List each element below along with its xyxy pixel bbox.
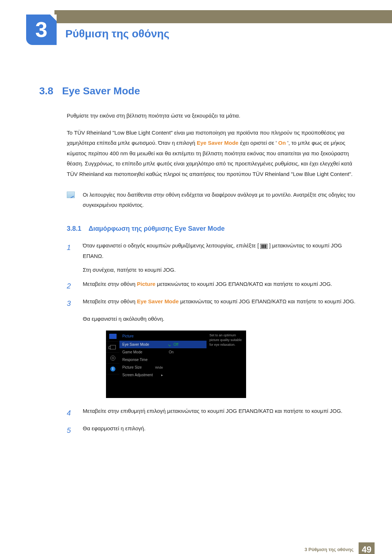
step-5: 5 Θα εφαρμοστεί η επιλογή. [67,423,363,437]
step-number: 5 [67,423,75,437]
osd-item-response-time: Response Time [119,356,166,364]
step-3: 3 Μεταβείτε στην οθόνη Eye Saver Mode με… [67,296,363,310]
osd-item-game-mode: Game Mode [119,348,166,356]
step-number: 2 [67,279,75,293]
chevron-right-icon: ▸ [161,372,163,378]
step-text: Μεταβείτε στην οθόνη [83,298,137,304]
step-text: Μεταβείτε στην οθόνη [83,281,137,287]
chapter-title: Ρύθμιση της οθόνης [65,23,170,44]
osd-menu-title: Picture [119,331,166,341]
osd-nav-picture-icon [106,331,119,342]
osd-value-list: Off On [166,331,207,398]
step-text: Θα εφαρμοστεί η επιλογή. [83,423,363,437]
highlight-eye-saver: Eye Saver Mode [197,140,238,146]
note-block: Οι λειτουργίες που διατίθενται στην οθόν… [67,190,363,210]
step-number: 4 [67,406,75,420]
page-number: 49 [359,542,375,554]
subsection-number: 3.8.1 [67,222,81,235]
section-number: 3.8 [39,81,53,100]
osd-value-on: On [166,348,207,356]
step-number: 1 [67,241,75,261]
section-title: Eye Saver Mode [62,81,140,100]
chapter-number-badge: 3 [26,15,57,45]
subsection-title: Διαμόρφωση της ρύθμισης Eye Saver Mode [89,222,225,235]
osd-screenshot: i Picture Eye Saver Mode Game Mode Respo… [106,331,246,398]
osd-value-wide: Wide [155,364,163,371]
page-footer: 3 Ρύθμιση της οθόνης 49 [305,542,375,554]
step-1-sub: Στη συνέχεια, πατήστε το κουμπί JOG. [83,265,363,275]
highlight-on: On [278,140,286,146]
osd-menu-list: Picture Eye Saver Mode Game Mode Respons… [119,331,166,398]
header-bar [54,10,392,23]
osd-item-label: Picture Size [122,364,142,371]
body-paragraph: Το TÜV Rheinland "Low Blue Light Content… [67,128,363,180]
step-3-sub: Θα εμφανιστεί η ακόλουθη οθόνη. [83,314,363,324]
intro-paragraph: Ρυθμίστε την εικόνα στη βέλτιστη ποιότητ… [67,111,363,121]
highlight-eye-saver: Eye Saver Mode [137,298,179,304]
footer-chapter-ref: 3 Ρύθμιση της οθόνης [305,545,354,554]
note-icon [67,192,75,198]
subsection-heading: 3.8.1 Διαμόρφωση της ρύθμισης Eye Saver … [67,222,363,235]
osd-nav: i [106,331,119,398]
step-number: 3 [67,296,75,310]
step-1: 1 Όταν εμφανιστεί ο οδηγός κουμπιών ρυθμ… [67,241,363,261]
osd-value-off: Off [166,341,207,348]
step-text: Όταν εμφανιστεί ο οδηγός κουμπιών ρυθμιζ… [83,242,259,249]
body-text: έχει οριστεί σε ' [240,140,277,146]
step-text: μετακινώντας το κουμπί JOG ΕΠΑΝΩ/ΚΑΤΩ κα… [157,281,332,287]
step-text: μετακινώντας το κουμπί JOG ΕΠΑΝΩ/ΚΑΤΩ κα… [180,298,355,304]
osd-item-picture-size: Picture Size Wide [119,364,166,371]
osd-value-label: Off [173,341,178,348]
check-icon [169,343,172,346]
highlight-picture: Picture [137,281,155,287]
section-heading: 3.8 Eye Saver Mode [39,81,363,100]
osd-item-label: Screen Adjustment [122,372,153,378]
osd-item-eye-saver: Eye Saver Mode [119,341,166,348]
menu-icon [260,244,268,249]
osd-nav-info-icon: i [106,364,119,374]
osd-nav-pip-icon [106,342,119,353]
step-2: 2 Μεταβείτε στην οθόνη Picture μετακινών… [67,279,363,293]
step-text: Μεταβείτε στην επιθυμητή επιλογή μετακιν… [83,406,363,420]
osd-nav-settings-icon [106,353,119,364]
osd-description: Set to an optimum picture quality suitab… [207,331,246,398]
osd-item-screen-adjust: Screen Adjustment ▸ [119,371,166,379]
step-4: 4 Μεταβείτε στην επιθυμητή επιλογή μετακ… [67,406,363,420]
note-text: Οι λειτουργίες που διατίθενται στην οθόν… [83,190,363,210]
